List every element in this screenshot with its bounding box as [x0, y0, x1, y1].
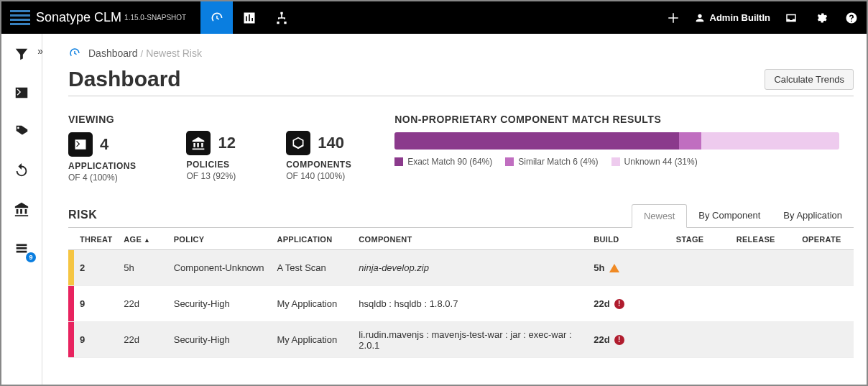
error-icon: !: [614, 299, 624, 309]
plus-icon: [667, 12, 680, 24]
table-row[interactable]: 922dSecurity-HighMy Applicationhsqldb : …: [68, 286, 854, 322]
brand-version: 1.15.0-SNAPSHOT: [124, 14, 186, 22]
inbox-icon: [785, 12, 798, 24]
user-name: Admin BuiltIn: [710, 12, 771, 23]
match-title: NON-PROPRIETARY COMPONENT MATCH RESULTS: [394, 114, 839, 125]
gear-icon: [815, 12, 828, 24]
breadcrumb: Dashboard / Newest Risk: [68, 47, 854, 60]
filter-icon: [14, 46, 29, 62]
legend-unknown: Unknown 44 (31%): [611, 157, 698, 167]
sidebar-filter[interactable]: »: [10, 42, 33, 65]
threat-bar: [68, 286, 74, 321]
inbox-button[interactable]: [776, 1, 806, 34]
table-row[interactable]: 922dSecurity-HighMy Applicationli.rudin.…: [68, 322, 854, 358]
help-button[interactable]: [836, 1, 867, 34]
stat-applications[interactable]: 4 APPLICATIONS OF 4 (100%): [68, 132, 136, 183]
risk-title: RISK: [68, 208, 97, 227]
add-button[interactable]: [658, 1, 688, 34]
brand-logo: [10, 10, 30, 26]
stat-components[interactable]: 140 COMPONENTS OF 140 (100%): [286, 131, 351, 181]
sidebar-tag[interactable]: [10, 120, 33, 143]
settings-button[interactable]: [806, 1, 836, 34]
sidebar-bank[interactable]: [10, 198, 33, 221]
sidebar-badge: 9: [26, 252, 36, 262]
terminal-icon: [14, 85, 29, 101]
bank-icon: [14, 201, 29, 217]
legend-exact: Exact Match 90 (64%): [394, 157, 492, 167]
threat-bar: [68, 322, 74, 357]
gauge-icon: [68, 47, 81, 60]
sidebar-terminal[interactable]: [10, 81, 33, 104]
bank-icon: [191, 136, 206, 150]
table-row[interactable]: 25hComponent-UnknownA Test Scanninja-dev…: [68, 250, 854, 286]
threat-bar: [68, 250, 74, 285]
sitemap-icon: [274, 11, 289, 25]
grid-header: THREAT AGE▲ POLICY APPLICATION COMPONENT…: [68, 228, 854, 250]
chart-icon: [242, 11, 257, 25]
viewing-title: VIEWING: [68, 114, 136, 125]
help-icon: [845, 12, 858, 24]
app-icon: [73, 137, 88, 152]
nav-dashboard[interactable]: [200, 1, 233, 34]
sort-asc-icon[interactable]: ▲: [144, 236, 150, 244]
match-bar: [394, 132, 839, 150]
user-icon: [694, 12, 706, 24]
gauge-icon: [210, 11, 224, 25]
warning-icon: [609, 264, 619, 272]
cube-icon: [291, 136, 305, 150]
tab-newest[interactable]: Newest: [632, 204, 687, 228]
sidebar-cycle[interactable]: [10, 159, 33, 182]
nav-org[interactable]: [265, 1, 297, 34]
sidebar-stack[interactable]: 9: [10, 236, 33, 259]
error-icon: !: [614, 335, 624, 345]
page-title: Dashboard: [68, 67, 181, 91]
breadcrumb-current: Newest Risk: [146, 47, 202, 59]
breadcrumb-link[interactable]: Dashboard: [88, 47, 138, 59]
nav-reports[interactable]: [233, 1, 265, 34]
calculate-trends-button[interactable]: Calculate Trends: [765, 69, 854, 90]
legend-similar: Similar Match 6 (4%): [505, 157, 598, 167]
stat-policies[interactable]: 12 POLICIES OF 13 (92%): [186, 131, 236, 181]
tab-by-application[interactable]: By Application: [772, 204, 854, 227]
cycle-icon: [14, 162, 29, 178]
brand-name: Sonatype CLM: [36, 10, 121, 25]
user-menu[interactable]: Admin BuiltIn: [694, 12, 771, 24]
tag-icon: [14, 124, 29, 139]
tab-by-component[interactable]: By Component: [687, 204, 772, 227]
